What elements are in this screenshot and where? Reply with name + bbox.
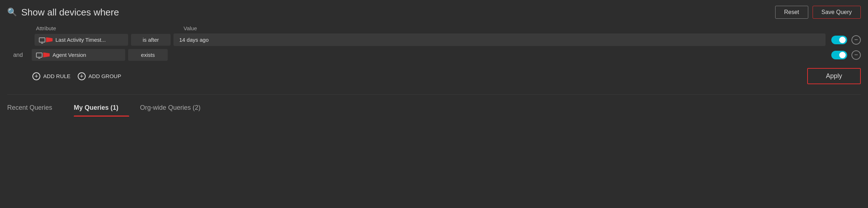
tab-org-wide-queries-label: Org-wide Queries (2) [140,104,200,111]
table-row: and Agent Version exists − [7,49,861,61]
toggle-thumb-1 [839,37,846,43]
monitor-icon [36,53,42,58]
tab-recent-queries-label: Recent Queries [7,104,52,111]
attribute-label-2: Agent Version [53,52,86,58]
and-label: and [7,52,29,58]
column-attribute-label: Attribute [36,25,137,31]
attribute-pill-2[interactable]: Agent Version [32,49,125,61]
save-query-button[interactable]: Save Query [813,6,861,19]
toggle-thumb-2 [839,52,846,58]
tab-org-wide-queries[interactable]: Org-wide Queries (2) [140,100,211,117]
add-rule-button[interactable]: + ADD RULE [32,70,71,82]
search-icon: 🔍 [7,8,17,17]
row-controls-1: − [831,35,861,45]
actions-row: + ADD RULE + ADD GROUP Apply [32,68,861,84]
add-group-label: ADD GROUP [89,73,121,79]
tab-my-queries-label: My Queries (1) [74,104,118,111]
reset-button[interactable]: Reset [775,6,808,19]
page-title: Show all devices where [21,7,119,18]
operator-pill-1[interactable]: is after [131,34,171,46]
apply-button[interactable]: Apply [807,68,861,84]
toggle-track-2[interactable] [831,51,847,59]
header-row: 🔍 Show all devices where Reset Save Quer… [7,6,861,19]
tab-my-queries[interactable]: My Queries (1) [74,100,129,117]
add-group-button[interactable]: + ADD GROUP [78,70,121,82]
attr-icons-2 [36,53,50,58]
column-headers: Attribute Value [36,25,861,31]
value-input-1[interactable] [173,33,826,46]
tab-recent-queries[interactable]: Recent Queries [7,100,63,117]
attribute-label-1: Last Activity Timest... [55,37,106,43]
add-rule-icon: + [32,72,40,80]
toggle-track-1[interactable] [831,36,847,44]
remove-rule-button-2[interactable]: − [851,50,861,60]
flag-icon [46,37,53,42]
attribute-pill-1[interactable]: Last Activity Timest... [35,34,128,46]
add-rule-label: ADD RULE [43,73,71,79]
flag-icon [43,53,50,58]
add-buttons: + ADD RULE + ADD GROUP [32,70,121,82]
row-controls-2: − [831,50,861,60]
tabs-section: Recent Queries My Queries (1) Org-wide Q… [7,94,861,117]
remove-rule-button-1[interactable]: − [851,35,861,45]
toggle-1[interactable] [831,36,847,44]
table-row: Last Activity Timest... is after − [7,33,861,46]
header-buttons: Reset Save Query [775,6,861,19]
main-container: 🔍 Show all devices where Reset Save Quer… [0,0,868,122]
column-value-label: Value [184,25,197,31]
operator-pill-2[interactable]: exists [128,49,168,61]
rule-rows: Last Activity Timest... is after − and [7,33,861,61]
attr-icons-1 [39,37,53,42]
add-group-icon: + [78,72,86,80]
tabs-row: Recent Queries My Queries (1) Org-wide Q… [7,100,861,117]
search-title: 🔍 Show all devices where [7,7,119,18]
toggle-2[interactable] [831,51,847,59]
monitor-icon [39,37,45,42]
